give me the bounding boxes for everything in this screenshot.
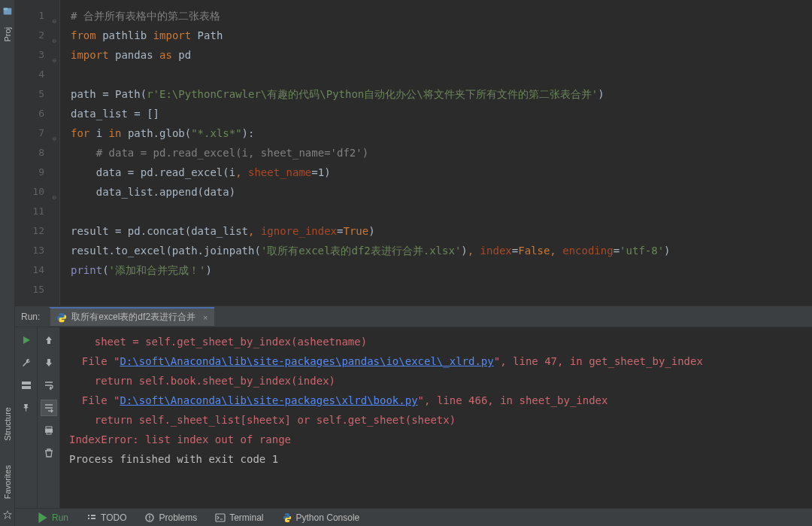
run-panel-header: Run: 取所有excel表的df2表进行合并 × — [15, 306, 812, 327]
console-line: return self._sheet_list[sheetx] or self.… — [69, 410, 812, 430]
svg-rect-2 — [22, 382, 31, 385]
trash-icon[interactable] — [41, 445, 57, 461]
bottom-run-button[interactable]: Run — [38, 512, 68, 523]
gutter-line[interactable]: 13 — [15, 241, 59, 260]
gutter-line[interactable]: 1⊖ — [15, 6, 59, 26]
code-line[interactable]: import pandas as pd — [71, 45, 812, 65]
bottom-python-console-label: Python Console — [296, 512, 360, 523]
project-tool-label[interactable]: Proj — [3, 27, 12, 42]
code-line[interactable] — [71, 65, 812, 84]
print-icon[interactable] — [41, 422, 57, 439]
run-panel: Run: 取所有excel表的df2表进行合并 × — [15, 306, 812, 508]
bottom-todo-button[interactable]: TODO — [86, 512, 126, 523]
svg-rect-13 — [150, 519, 150, 520]
run-toolbar-secondary — [38, 327, 60, 508]
gutter-line[interactable]: 12 — [15, 221, 59, 241]
svg-rect-1 — [3, 8, 7, 11]
bottom-problems-button[interactable]: Problems — [144, 512, 197, 523]
gutter-line[interactable]: 7⊖ — [15, 123, 59, 143]
gutter-line[interactable]: 8 — [15, 143, 59, 163]
wrench-icon[interactable] — [18, 354, 35, 371]
code-line[interactable]: data_list.append(data) — [71, 182, 812, 202]
run-panel-label: Run: — [21, 312, 40, 322]
gutter-line[interactable]: 15 — [15, 280, 59, 299]
console-line: return self.book.sheet_by_index(index) — [69, 371, 812, 391]
fold-icon[interactable]: ⊖ — [49, 50, 56, 58]
gutter-line[interactable]: 5 — [15, 84, 59, 104]
python-icon — [56, 312, 67, 323]
traceback-link[interactable]: D:\soft\Anaconda\lib\site-packages\xlrd\… — [120, 394, 417, 406]
console-line: Process finished with exit code 1 — [69, 449, 812, 469]
svg-rect-7 — [88, 515, 89, 516]
gutter-line[interactable]: 4 — [15, 65, 59, 84]
code-line[interactable]: # 合并所有表格中的第二张表格 — [71, 6, 812, 26]
up-arrow-icon[interactable] — [41, 332, 57, 348]
svg-rect-6 — [47, 432, 51, 434]
bottom-run-label: Run — [52, 512, 68, 523]
console-line: sheet = self.get_sheet_by_index(asheetna… — [69, 332, 812, 351]
svg-rect-3 — [22, 386, 31, 389]
gutter-line[interactable]: 2⊖ — [15, 26, 59, 45]
bottom-terminal-button[interactable]: Terminal — [215, 512, 263, 523]
code-line[interactable] — [71, 202, 812, 221]
fold-icon[interactable]: ⊖ — [49, 11, 56, 19]
code-editor[interactable]: 1⊖2⊖3⊖4567⊖8910⊖1112131415 # 合并所有表格中的第二张… — [15, 0, 812, 306]
run-tab-title: 取所有excel表的df2表进行合并 — [71, 311, 195, 324]
soft-wrap-icon[interactable] — [41, 377, 57, 394]
bottom-python-console-button[interactable]: Python Console — [282, 512, 360, 523]
console-line: IndexError: list index out of range — [69, 430, 812, 449]
rerun-button[interactable] — [18, 332, 35, 348]
svg-rect-4 — [46, 427, 52, 429]
tool-window-stripe-left: Proj Structure Favorites — [0, 0, 15, 526]
bottom-terminal-label: Terminal — [229, 512, 263, 523]
scroll-to-end-icon[interactable] — [41, 400, 57, 416]
code-line[interactable] — [71, 280, 812, 299]
run-toolbar-primary — [15, 327, 38, 508]
down-arrow-icon[interactable] — [41, 354, 57, 371]
code-line[interactable]: path = Path(r'E:\PythonCrawler\有趣的代码\Pyt… — [71, 84, 812, 104]
run-body: sheet = self.get_sheet_by_index(asheetna… — [15, 327, 812, 508]
pin-icon[interactable] — [18, 400, 35, 416]
code-line[interactable]: # data = pd.read_excel(i, sheet_name='df… — [71, 143, 812, 163]
svg-rect-10 — [91, 518, 95, 519]
svg-rect-12 — [150, 515, 150, 518]
gutter-line[interactable]: 3⊖ — [15, 45, 59, 65]
favorites-icon[interactable] — [2, 509, 13, 520]
fold-icon[interactable]: ⊖ — [49, 129, 56, 136]
code-line[interactable]: print('添加和合并完成！') — [71, 260, 812, 280]
svg-rect-9 — [88, 518, 89, 519]
gutter-line[interactable]: 11 — [15, 202, 59, 221]
main-area: 1⊖2⊖3⊖4567⊖8910⊖1112131415 # 合并所有表格中的第二张… — [15, 0, 812, 526]
layout-icon[interactable] — [18, 377, 35, 394]
code-line[interactable]: result = pd.concat(data_list, ignore_ind… — [71, 221, 812, 241]
gutter-line[interactable]: 9 — [15, 163, 59, 182]
gutter-line[interactable]: 10⊖ — [15, 182, 59, 202]
svg-rect-8 — [91, 515, 95, 516]
gutter-line[interactable]: 6 — [15, 104, 59, 123]
bottom-problems-label: Problems — [159, 512, 197, 523]
structure-tool-label[interactable]: Structure — [3, 407, 12, 441]
code-line[interactable]: for i in path.glob("*.xls*"): — [71, 123, 812, 143]
project-icon[interactable] — [2, 6, 13, 17]
fold-icon[interactable]: ⊖ — [49, 31, 56, 38]
code-line[interactable]: result.to_excel(path.joinpath('取所有excel表… — [71, 241, 812, 260]
bottom-todo-label: TODO — [101, 512, 126, 523]
code-line[interactable]: data_list = [] — [71, 104, 812, 123]
console-line: File "D:\soft\Anaconda\lib\site-packages… — [69, 351, 812, 371]
editor-gutter[interactable]: 1⊖2⊖3⊖4567⊖8910⊖1112131415 — [15, 0, 60, 306]
gutter-line[interactable]: 14 — [15, 260, 59, 280]
code-line[interactable]: data = pd.read_excel(i, sheet_name=1) — [71, 163, 812, 182]
favorites-tool-label[interactable]: Favorites — [3, 465, 12, 499]
fold-icon[interactable]: ⊖ — [49, 187, 56, 195]
code-content[interactable]: # 合并所有表格中的第二张表格from pathlib import Pathi… — [60, 0, 812, 306]
bottom-toolbar: Run TODO Problems Terminal Python Consol… — [15, 508, 812, 526]
traceback-link[interactable]: D:\soft\Anaconda\lib\site-packages\panda… — [120, 355, 493, 367]
console-line: File "D:\soft\Anaconda\lib\site-packages… — [69, 391, 812, 410]
svg-rect-14 — [216, 514, 225, 521]
run-config-tab[interactable]: 取所有excel表的df2表进行合并 × — [49, 307, 214, 326]
close-icon[interactable]: × — [203, 313, 208, 322]
console-output[interactable]: sheet = self.get_sheet_by_index(asheetna… — [60, 327, 812, 508]
code-line[interactable]: from pathlib import Path — [71, 26, 812, 45]
